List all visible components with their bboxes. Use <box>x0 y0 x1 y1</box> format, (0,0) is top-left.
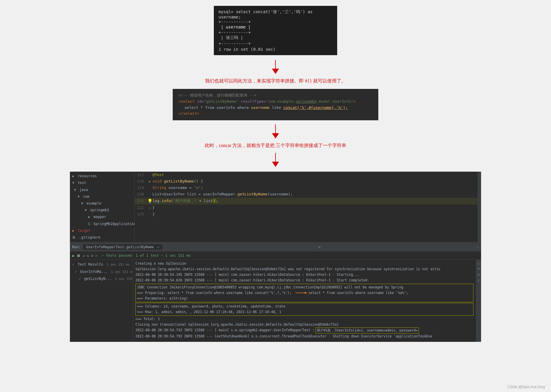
desc-text-1: 我们也就可以同此方法，来实现字符串拼接。即 #{} 就可以使用了。 <box>205 78 346 84</box>
example-label: example <box>86 201 101 205</box>
run-tab-bar: Run: UserInfoMapperTest.getListByName ✕ … <box>70 243 481 251</box>
ide-body: ▶ resources ▼ test ▼ java ▼ com ▼ exam <box>70 172 481 242</box>
columns-highlight-block: <== Columns: id, username, password, pho… <box>135 303 473 316</box>
align2-icon[interactable]: ≡ <box>477 273 479 277</box>
editor-scrollbar[interactable] <box>478 172 481 242</box>
arrow-down-1 <box>272 60 279 74</box>
tree-item-resources[interactable]: ▶ resources <box>70 173 134 180</box>
settings-icon[interactable]: ⚙ <box>318 245 320 249</box>
folder-icon: ▼ <box>85 208 87 212</box>
arrow-label: select * from userinfo where username li… <box>308 290 408 296</box>
run-panel: Run: UserInfoMapperTest.getListByName ✕ … <box>70 242 481 342</box>
run-right-bar: △ ≡ ≡ ▽ <box>476 260 481 342</box>
line-gutter-120 <box>147 191 152 197</box>
stop-button[interactable]: ⏹ <box>76 253 80 258</box>
mysql-cmd: mysql> select concat('张','三','吗') as use… <box>219 9 332 19</box>
align-icon[interactable]: ≡ <box>477 267 479 271</box>
watermark: CSDN @Dark And Grey <box>508 385 545 389</box>
file-tree: ▶ resources ▼ test ▼ java ▼ com ▼ exam <box>70 172 135 242</box>
minimize-icon[interactable]: — <box>477 245 479 249</box>
code-line-117: 117 @Test <box>135 172 478 178</box>
code-editor: 117 @Test 118 ▶ void getListByName() { <box>135 172 478 242</box>
log-line-8: <== Row: 1, admin, admin, , 2021-12-06 1… <box>137 309 472 315</box>
line-content-117: @Test <box>152 172 475 178</box>
run-button[interactable]: ▶ <box>72 253 75 258</box>
page-container: mysql> select concat('张','三','吗') as use… <box>0 0 551 392</box>
run-tab-active[interactable]: UserInfoMapperTest.getListByName ✕ <box>83 244 162 250</box>
line-content-121: log.info("用户列表，" + list); <box>152 198 475 205</box>
arrow-head-3 <box>272 162 279 167</box>
java-label: java <box>79 188 88 192</box>
col-header: | username | <box>219 24 332 30</box>
folder-icon: ▼ <box>81 201 83 205</box>
log-line-0: Creating a new SqlSession <box>135 261 473 266</box>
table-bot: +-----------+ <box>219 41 332 46</box>
run-marker-122: ○ <box>149 205 151 210</box>
run-tree-item-1[interactable]: ✓ UserInfoMa... 1 sec 151 ms <box>70 268 133 276</box>
line-num-117: 117 <box>137 172 147 178</box>
line-content-118: void getListByName() { <box>152 178 475 185</box>
line-gutter-122: ○ <box>147 205 152 211</box>
code-line-122: 122 ○ } <box>135 205 478 211</box>
run-tree-item-2[interactable]: ✓ getListByN... 1 sec 151 ms <box>70 275 133 283</box>
tree-item-com[interactable]: ▼ com <box>70 193 134 200</box>
line-gutter-119 <box>147 185 152 191</box>
log-line-4: JDBC Connection [HikariProxyConnection@1… <box>137 285 472 290</box>
tree-item-example[interactable]: ▼ example <box>70 200 134 207</box>
scroll-down-icon[interactable]: ▽ <box>477 278 479 283</box>
code-line-123: 123 } <box>135 211 478 217</box>
log-line-11-highlight: 用户列表，[UserInfo(id=1, username=admin, pas… <box>315 327 419 334</box>
arrow-down-2 <box>272 124 279 138</box>
log-line-2: 2022-08-08 20:30:54.195 INFO 13580 --- [… <box>135 272 473 278</box>
sort-button[interactable]: ⇅ <box>87 253 89 258</box>
log-line-10: Closing non transactional SqlSession [or… <box>135 322 473 327</box>
folder-icon: ▶ <box>72 174 74 178</box>
line-content-119: String username = "a"; <box>152 185 475 191</box>
xml-block: <!-- 根据用户名称，进行模糊匹配查询 --> <select id="get… <box>173 89 378 120</box>
tests-passed-label: ✓ Tests passed: 1 of 1 test – 1 sec 151 … <box>102 254 191 258</box>
run-tree-label-1: UserInfoMa... <box>80 270 107 274</box>
mapper-label: mapper <box>93 215 106 219</box>
filter-button[interactable]: ≡ <box>91 253 93 258</box>
log-line-7: <== Columns: id, username, password, pho… <box>137 304 472 309</box>
run-tab-close[interactable]: ✕ <box>157 245 159 249</box>
run-marker-118: ▶ <box>149 179 151 184</box>
line-content-120: List<UserInfo> list = userInfoMapper.get… <box>152 191 475 197</box>
target-label: target <box>78 229 90 233</box>
tree-item-java[interactable]: ▼ java <box>70 187 134 193</box>
folder-icon: ▼ <box>74 188 76 192</box>
line-content-122: } <box>152 205 475 211</box>
run-toolbar: ▶ ⏹ ↺ ⇅ ≡ » ✓ Tests passed: 1 of 1 test … <box>70 251 481 260</box>
rerun-button[interactable]: ↺ <box>82 253 85 258</box>
tree-item-test[interactable]: ▼ test <box>70 180 134 186</box>
ide-section: ▶ resources ▼ test ▼ java ▼ com ▼ exam <box>70 172 481 342</box>
arrow-right-svg <box>295 290 307 295</box>
xml-line3: </select> <box>179 111 372 117</box>
tree-item-mapper[interactable]: ▶ mapper <box>70 214 134 220</box>
bulb-icon: 💡 <box>147 198 152 205</box>
log-line-1: SqlSession [org.apache.ibatis.session.de… <box>135 266 473 272</box>
arrow-line-3 <box>275 153 276 162</box>
tree-item-gitignore[interactable]: 🗎 .gitignore <box>70 234 134 241</box>
tree-item-target[interactable]: ▶ target <box>70 227 134 234</box>
run-tree-time-0: 1 sec 151 ms <box>106 263 130 266</box>
tree-item-springmb2[interactable]: ▼ springmb2 <box>70 207 134 214</box>
run-tree-item-0[interactable]: ✓ Test Results 1 sec 151 ms <box>70 261 133 268</box>
log-line-5: ==> Preparing: select * from userinfo wh… <box>137 290 472 296</box>
tree-item-springmb2apptests[interactable]: G SpringMb2ApplicationTests <box>70 221 134 227</box>
folder-icon: ▼ <box>78 195 80 199</box>
run-tree-time-2: 1 sec 151 ms <box>115 277 133 281</box>
run-log: Creating a new SqlSession SqlSession [or… <box>133 260 476 342</box>
log-line-9: <== Total: 1 <box>135 316 473 322</box>
scroll-up-icon[interactable]: △ <box>477 261 479 265</box>
springmb2-label: springmb2 <box>90 208 109 212</box>
gitignore-label: .gitignore <box>79 235 100 239</box>
check-icon-2: ✓ <box>79 277 81 281</box>
run-body: ✓ Test Results 1 sec 151 ms ✓ UserInfoMa… <box>70 260 481 342</box>
table-top: +-----------+ <box>219 19 332 24</box>
svg-marker-1 <box>305 292 307 294</box>
chevrons-button[interactable]: » <box>95 253 98 258</box>
jdbc-highlight-block: JDBC Connection [HikariProxyConnection@1… <box>135 284 473 302</box>
log-line-12: 2022-08-08 20:30:54.793 INFO 13580 --- [… <box>135 334 473 339</box>
run-tree-label-2: getListByN... <box>84 277 112 281</box>
